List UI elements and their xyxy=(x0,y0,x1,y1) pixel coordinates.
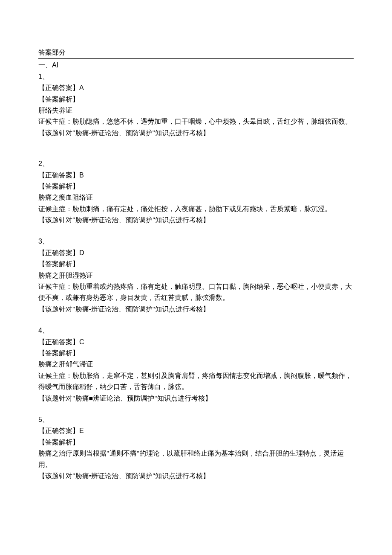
knowledge-note: 【该题针对"胁痛-辨证论治、预防调护''知识点进行考核】 xyxy=(38,128,354,139)
correct-answer-label: 【正确答案】 xyxy=(38,171,79,179)
syndrome-name: 肝络失养证 xyxy=(38,105,354,116)
correct-answer-label: 【正确答案】 xyxy=(38,338,79,346)
analysis-label: 【答案解析】 xyxy=(38,181,354,192)
correct-answer-label: 【正确答案】 xyxy=(38,84,79,91)
question-block: 3、 【正确答案】D 【答案解析】 胁痛之肝胆湿热证 证候主症：胁肋重着或灼热疼… xyxy=(38,236,354,315)
symptoms-text: 胁痛之治疗原则当根据"通则不痛"的理论，以疏肝和络止痛为基本治则，结合肝胆的生理… xyxy=(38,448,354,471)
correct-answer-label: 【正确答案】 xyxy=(38,249,79,256)
question-block: 2、 【正确答案】B 【答案解析】 胁痛之瘀血阻络证 证候主症：胁肋刺痛，痛有定… xyxy=(38,158,354,226)
symptoms-text: 证候主症：胁肋隐痛，悠悠不休，遇劳加重，口干咽燥，心中烦热，头晕目眩，舌红少苔，… xyxy=(38,116,354,127)
knowledge-note: 【该题针对"胁痛-辨证论治、预防调护''知识点进行考核】 xyxy=(38,304,354,315)
syndrome-name: 胁痛之肝胆湿热证 xyxy=(38,270,354,281)
knowledge-note: 【该题针对"胁痛•辨证论治、预防调护''知识点进行考核】 xyxy=(38,471,354,482)
analysis-label: 【答案解析】 xyxy=(38,94,354,105)
question-number: 4、 xyxy=(38,327,49,334)
answers-title: 答案部分 xyxy=(38,49,66,56)
correct-answer-value: B xyxy=(79,171,84,179)
correct-answer-label: 【正确答案】 xyxy=(38,427,79,434)
analysis-label: 【答案解析】 xyxy=(38,437,354,448)
question-block: 1、 【正确答案】A 【答案解析】 肝络失养证 证候主症：胁肋隐痛，悠悠不休，遇… xyxy=(38,71,354,139)
syndrome-name: 胁痛之瘀血阻络证 xyxy=(38,192,354,203)
section-header: 一、AI xyxy=(38,60,354,71)
correct-answer-value: C xyxy=(79,338,84,346)
knowledge-note: 【该题针对"胁痛•辨证论治、预防调护''知识点进行考核】 xyxy=(38,215,354,226)
answers-title-row: 答案部分 xyxy=(38,47,354,59)
syndrome-name: 胁痛之肝郁气滞证 xyxy=(38,359,354,370)
symptoms-text: 证候主症：胁肋刺痛，痛有定处，痛处拒按，入夜痛甚，胁肋下或见有癥块，舌质紫暗，脉… xyxy=(38,203,354,215)
question-number: 2、 xyxy=(38,160,49,167)
analysis-label: 【答案解析】 xyxy=(38,259,354,270)
symptoms-text: 证候主症：胁肋重着或灼热疼痛，痛有定处，触痛明显。口苦口黏，胸闷纳呆，恶心呕吐，… xyxy=(38,281,354,304)
spacer xyxy=(38,149,354,158)
knowledge-note: 【该题针对"胁痛■辨证论治、预防调护"知识点进行考核】 xyxy=(38,393,354,404)
analysis-label: 【答案解析】 xyxy=(38,348,354,359)
correct-answer-value: A xyxy=(79,84,84,91)
correct-answer-value: E xyxy=(79,427,84,434)
correct-answer-value: D xyxy=(79,249,84,256)
question-number: 5、 xyxy=(38,416,49,423)
question-block: 5、 【正确答案】E 【答案解析】 胁痛之治疗原则当根据"通则不痛"的理论，以疏… xyxy=(38,414,354,482)
question-number: 3、 xyxy=(38,238,49,245)
question-block: 4、 【正确答案】C 【答案解析】 胁痛之肝郁气滞证 证候主症：胁肋胀痛，走窜不… xyxy=(38,325,354,404)
question-number: 1、 xyxy=(38,73,49,80)
symptoms-text: 证候主症：胁肋胀痛，走窜不定，甚则引及胸背肩臂，疼痛每因情志变化而增减，胸闷腹胀… xyxy=(38,370,354,393)
